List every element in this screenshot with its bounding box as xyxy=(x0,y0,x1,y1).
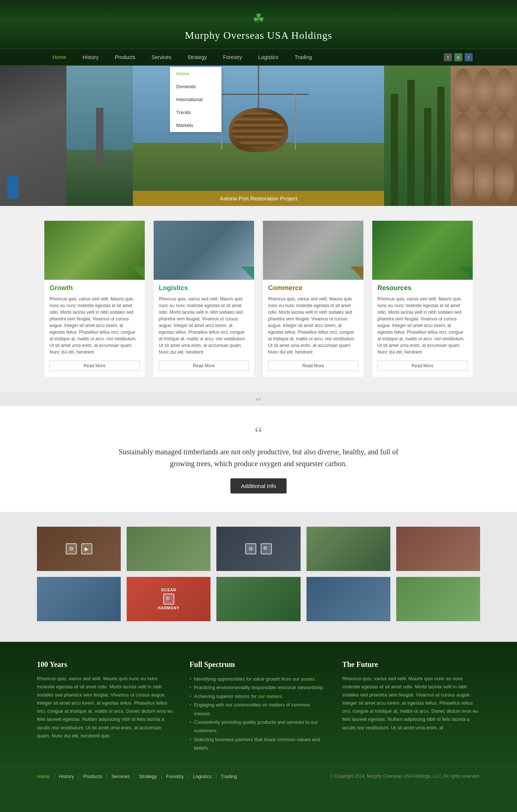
card-resources-title: Resources xyxy=(377,284,468,292)
gallery-item-1[interactable]: ⧉ ▶ xyxy=(37,527,121,571)
footer-nav-products[interactable]: Products xyxy=(79,773,107,780)
shamrock-icon: ☘ xyxy=(0,11,517,27)
facebook-icon[interactable]: f xyxy=(465,53,473,61)
footer-nav-link-strategy[interactable]: Strategy xyxy=(134,774,161,779)
nav-item-services[interactable]: Services xyxy=(143,49,179,65)
link-icon-2: ⧉ xyxy=(245,543,256,554)
main-navigation: Home History Products Services Strategy … xyxy=(0,49,517,66)
nav-item-trading[interactable]: Trading xyxy=(287,49,320,65)
card-resources-read-more[interactable]: Read More xyxy=(377,361,468,371)
dropdown-item-markets[interactable]: Markets xyxy=(170,119,221,132)
footer-nav-forestry[interactable]: Forestry xyxy=(162,773,189,780)
footer-nav-link-logistics[interactable]: Logistics xyxy=(188,774,216,779)
footer-nav-link-home[interactable]: Home xyxy=(37,774,55,779)
additional-info-button[interactable]: Additional Info xyxy=(230,478,286,493)
footer-nav-logistics[interactable]: Logistics xyxy=(188,773,216,780)
card-growth-title: Growth xyxy=(49,284,140,292)
gallery-item-2[interactable] xyxy=(127,527,210,571)
footer-copyright: © Copyright 2014, Murphy Overseas USA Ho… xyxy=(330,774,480,779)
nav-item-logistics[interactable]: Logistics xyxy=(250,49,286,65)
site-title: Murphy Overseas USA Holdings xyxy=(0,30,517,41)
footer-nav-link-forestry[interactable]: Forestry xyxy=(162,774,189,779)
card-commerce-image xyxy=(263,221,363,280)
footer-nav-services[interactable]: Services xyxy=(107,773,134,780)
footer-dark: 100 Years Rhoncus quis, varius sed velit… xyxy=(0,642,517,785)
social-links: T R f xyxy=(444,53,473,61)
card-resources-text: Rhoncus quis, varius sed velit. Mauris q… xyxy=(377,296,468,355)
dropdown-item-trends[interactable]: Trends xyxy=(170,106,221,119)
nav-link-trading[interactable]: Trading xyxy=(287,49,320,65)
hero-side-left2 xyxy=(66,66,133,206)
gallery-section: ⧉ ▶ ⧉ 🔍 OCEAN 🔍 HARMONY xyxy=(0,512,517,642)
search-icon-2: 🔍 xyxy=(163,593,174,605)
search-icon: 🔍 xyxy=(261,543,272,554)
gallery-row-2: OCEAN 🔍 HARMONY xyxy=(37,577,480,621)
gallery-item-3[interactable]: ⧉ 🔍 xyxy=(216,527,300,571)
footer-list-item-4: Engaging with our communities on matters… xyxy=(189,701,327,718)
card-growth: Growth Rhoncus quis, varius sed velit. M… xyxy=(44,221,145,377)
card-resources-body: Resources Rhoncus quis, varius sed velit… xyxy=(372,280,473,377)
gallery-item-9[interactable] xyxy=(307,577,390,621)
nav-link-products[interactable]: Products xyxy=(107,49,143,65)
hero-side-right2 xyxy=(451,66,517,206)
footer-nav-link-history[interactable]: History xyxy=(55,774,79,779)
gallery-item-8[interactable] xyxy=(216,577,300,621)
footer-col-years: 100 Years Rhoncus quis, varius sed velit… xyxy=(37,660,175,753)
nav-link-services[interactable]: Services xyxy=(143,49,179,65)
footer-list-item-6: Selecting business partners that share c… xyxy=(189,735,327,753)
card-logistics-body: Logistics Rhoncus quis, varius sed velit… xyxy=(154,280,254,377)
nav-item-forestry[interactable]: Forestry xyxy=(215,49,250,65)
footer-col3-text: Rhoncus quis, varius sed velit. Mauris q… xyxy=(342,675,480,732)
dropdown-item-home[interactable]: Home xyxy=(170,67,221,80)
card-logistics-text: Rhoncus quis, varius sed velit. Mauris q… xyxy=(159,296,249,355)
card-commerce-body: Commerce Rhoncus quis, varius sed velit.… xyxy=(263,280,363,377)
footer-col-spectrum: Full Spectrum Identifying opportunities … xyxy=(189,660,327,753)
footer-nav-link-products[interactable]: Products xyxy=(79,774,107,779)
site-header: ☘ Murphy Overseas USA Holdings xyxy=(0,0,517,49)
footer-list-item-3: Achieving superior returns for our owner… xyxy=(189,692,327,701)
gallery-item-7[interactable]: OCEAN 🔍 HARMONY xyxy=(127,577,210,621)
footer-list-item-2: Practicing environmentally responsible r… xyxy=(189,683,327,692)
twitter-icon[interactable]: T xyxy=(444,53,452,61)
card-resources: Resources Rhoncus quis, varius sed velit… xyxy=(372,221,473,377)
nav-item-home[interactable]: Home xyxy=(44,49,74,65)
footer-col1-title: 100 Years xyxy=(37,660,175,669)
footer-nav-strategy[interactable]: Strategy xyxy=(134,773,161,780)
card-resources-image xyxy=(372,221,473,280)
nav-item-history[interactable]: History xyxy=(74,49,107,65)
nav-item-strategy[interactable]: Strategy xyxy=(179,49,215,65)
nav-link-strategy[interactable]: Strategy xyxy=(179,49,215,65)
gallery-item-4[interactable] xyxy=(307,527,390,571)
dropdown-item-international[interactable]: International xyxy=(170,93,221,106)
cards-grid: Growth Rhoncus quis, varius sed velit. M… xyxy=(44,221,473,377)
gallery-item-5[interactable] xyxy=(396,527,480,571)
rss-icon[interactable]: R xyxy=(454,53,462,61)
footer-nav-history[interactable]: History xyxy=(55,773,79,780)
cards-section: Growth Rhoncus quis, varius sed velit. M… xyxy=(0,206,517,392)
footer-nav-trading[interactable]: Trading xyxy=(216,773,242,780)
nav-link-forestry[interactable]: Forestry xyxy=(215,49,250,65)
dropdown-item-domestic[interactable]: Domestic xyxy=(170,80,221,93)
card-logistics-read-more[interactable]: Read More xyxy=(159,361,249,371)
footer-columns: 100 Years Rhoncus quis, varius sed velit… xyxy=(0,642,517,767)
footer-col-future: The Future Rhoncus quis, varius sed veli… xyxy=(342,660,480,753)
nav-link-home[interactable]: Home xyxy=(44,49,74,65)
quote-section: “ Sustainably managed timberlands are no… xyxy=(0,406,517,512)
gallery-item-10[interactable] xyxy=(396,577,480,621)
play-icon: ▶ xyxy=(81,543,92,554)
footer-nav-home[interactable]: Home xyxy=(37,773,55,780)
nav-item-products[interactable]: Products xyxy=(107,49,143,65)
scroll-indicator: ‹‹ xyxy=(0,392,517,406)
card-commerce-read-more[interactable]: Read More xyxy=(268,361,358,371)
footer-bottom-nav-list: Home History Products Services Strategy … xyxy=(37,773,242,780)
footer-nav-link-trading[interactable]: Trading xyxy=(216,774,242,779)
nav-link-history[interactable]: History xyxy=(74,49,107,65)
card-logistics-title: Logistics xyxy=(159,284,249,292)
footer-nav-link-services[interactable]: Services xyxy=(107,774,134,779)
gallery-item-6[interactable] xyxy=(37,577,121,621)
nav-link-logistics[interactable]: Logistics xyxy=(250,49,286,65)
card-logistics-image xyxy=(154,221,254,280)
scroll-arrow-icon: ‹‹ xyxy=(256,395,261,403)
card-growth-read-more[interactable]: Read More xyxy=(49,361,140,371)
hero-caption: Astoria Port Restoration Project xyxy=(133,191,384,206)
